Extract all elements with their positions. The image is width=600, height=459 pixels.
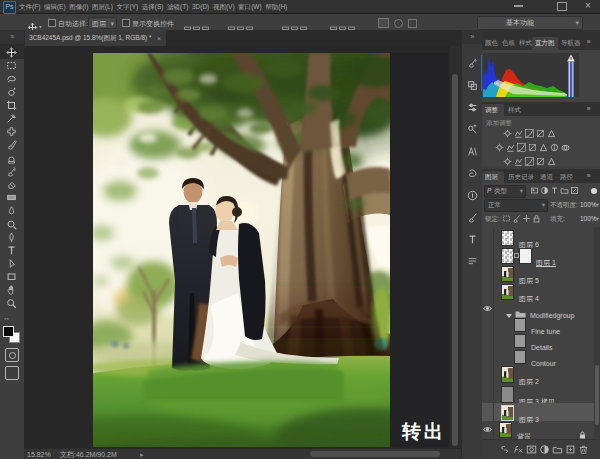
svg-text:转出: 转出 (401, 421, 446, 442)
